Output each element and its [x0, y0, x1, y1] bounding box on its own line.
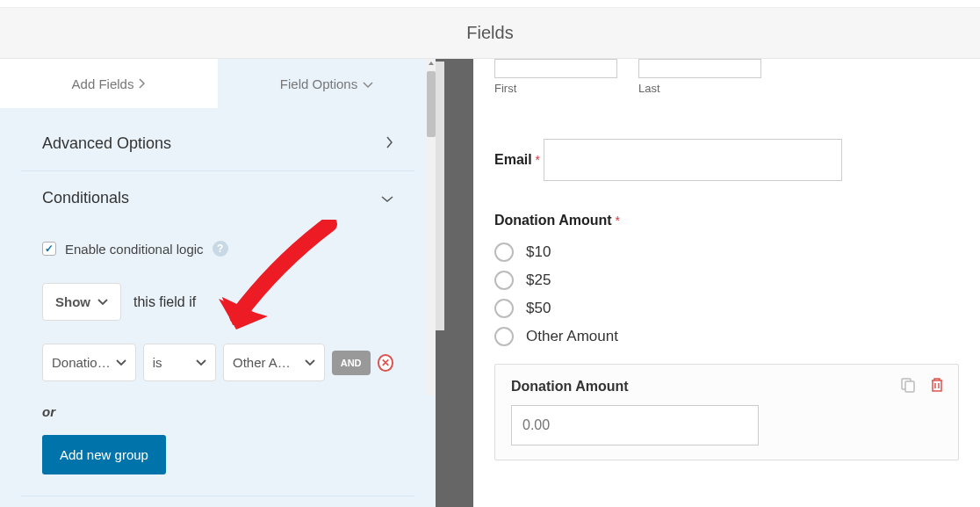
chevron-right-icon [386, 136, 393, 151]
or-label: or [42, 404, 393, 419]
header-bar: Fields [0, 8, 980, 59]
rule-field-value: Donatio… [52, 355, 111, 370]
chevron-down-icon [97, 299, 108, 306]
first-name-input[interactable] [494, 59, 617, 78]
tab-add-fields[interactable]: Add Fields [0, 59, 218, 108]
field-actions [900, 377, 944, 395]
enable-conditional-row: ✓ Enable conditional logic ? [42, 241, 393, 257]
donation-amount-label: Donation Amount [494, 213, 612, 228]
radio-50[interactable] [494, 299, 514, 318]
rule-row: Donatio… is Other A… AND ✕ [42, 344, 393, 381]
donation-radio-group: $10 $25 $50 Other Amount [494, 243, 959, 346]
chevron-down-icon [305, 359, 315, 366]
radio-other[interactable] [494, 327, 514, 346]
and-button[interactable]: AND [332, 351, 371, 375]
panel-tabs: Add Fields Field Options [0, 59, 436, 108]
trash-icon[interactable] [930, 377, 944, 395]
donation-amount-field: Donation Amount * $10 $25 $50 Other Amou… [494, 213, 959, 346]
radio-other-label: Other Amount [526, 328, 618, 345]
chevron-down-icon [363, 76, 373, 91]
radio-10[interactable] [494, 243, 514, 262]
selected-donation-amount-field[interactable]: Donation Amount [494, 364, 959, 460]
first-name-sublabel: First [494, 82, 617, 95]
radio-50-label: $50 [526, 300, 551, 317]
page-title: Fields [466, 23, 513, 43]
radio-item: $25 [494, 271, 959, 290]
rule-value-select[interactable]: Other A… [223, 344, 325, 381]
name-field-row: First Last [494, 59, 959, 95]
email-label: Email [494, 152, 532, 167]
action-select-value: Show [55, 294, 90, 309]
conditionals-body: ✓ Enable conditional logic ? Show this f… [21, 225, 414, 496]
last-name-sublabel: Last [638, 82, 761, 95]
rule-value-value: Other A… [233, 355, 291, 370]
rule-field-select[interactable]: Donatio… [42, 344, 136, 381]
required-star: * [532, 153, 540, 167]
radio-10-label: $10 [526, 243, 551, 261]
action-select[interactable]: Show [42, 283, 121, 321]
preview-gap [436, 59, 473, 507]
this-field-if-text: this field if [133, 294, 196, 310]
tab-field-options-label: Field Options [280, 76, 357, 91]
last-name-input[interactable] [638, 59, 761, 78]
delete-rule-button[interactable]: ✕ [378, 354, 393, 372]
rule-operator-select[interactable]: is [143, 344, 216, 381]
scroll-arrow-up-icon[interactable] [427, 59, 436, 68]
donation-amount-input[interactable] [511, 405, 759, 445]
add-new-group-button[interactable]: Add new group [42, 435, 166, 474]
radio-item: $10 [494, 243, 959, 262]
enable-conditional-label: Enable conditional logic [65, 242, 204, 257]
radio-25[interactable] [494, 271, 514, 290]
enable-conditional-checkbox[interactable]: ✓ [42, 242, 56, 256]
radio-item: $50 [494, 299, 959, 318]
check-icon: ✓ [45, 243, 54, 255]
radio-item: Other Amount [494, 327, 959, 346]
section-conditionals-label: Conditionals [42, 189, 129, 207]
chevron-down-icon [381, 192, 393, 206]
rule-operator-value: is [153, 355, 162, 370]
chevron-right-icon [139, 76, 146, 91]
chevron-down-icon [196, 359, 206, 366]
svg-rect-1 [905, 381, 914, 392]
tab-field-options[interactable]: Field Options [218, 59, 436, 108]
required-star: * [612, 214, 620, 228]
email-input[interactable] [544, 139, 842, 181]
form-preview: First Last Email * Donation Amount * $10 [473, 59, 980, 507]
email-field: Email * [494, 127, 959, 181]
scrollbar-thumb[interactable] [427, 71, 436, 137]
tab-add-fields-label: Add Fields [72, 76, 134, 91]
section-conditionals[interactable]: Conditionals [21, 171, 414, 225]
section-advanced-options[interactable]: Advanced Options [21, 117, 414, 171]
duplicate-icon[interactable] [900, 377, 916, 395]
preview-gap-light [436, 62, 444, 330]
selected-field-label: Donation Amount [511, 379, 942, 395]
radio-25-label: $25 [526, 272, 551, 289]
section-advanced-options-label: Advanced Options [42, 134, 171, 153]
chevron-down-icon [116, 359, 126, 366]
left-panel: Add Fields Field Options Advanced Option… [0, 59, 436, 507]
logic-action-row: Show this field if [42, 283, 393, 321]
help-icon[interactable]: ? [213, 241, 228, 257]
